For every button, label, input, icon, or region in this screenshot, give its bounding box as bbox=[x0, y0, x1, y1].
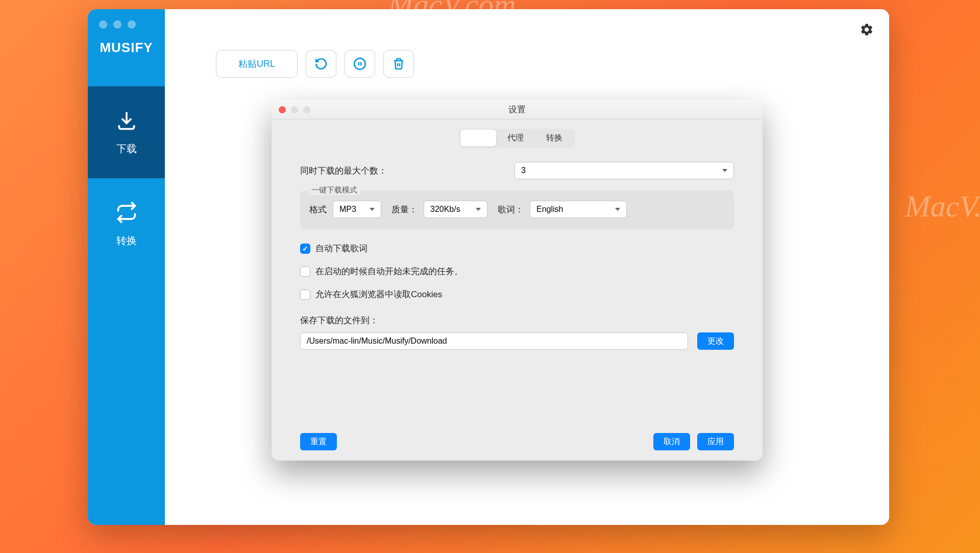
dialog-footer: 重置 取消 应用 bbox=[300, 423, 734, 450]
cancel-button[interactable]: 取消 bbox=[653, 433, 690, 450]
delete-button[interactable] bbox=[383, 50, 414, 78]
sidebar-item-label: 转换 bbox=[116, 234, 137, 248]
chevron-down-icon bbox=[476, 208, 481, 211]
chevron-down-icon bbox=[722, 169, 727, 172]
max-concurrent-label: 同时下载的最大个数： bbox=[300, 165, 514, 177]
maximize-window-button[interactable] bbox=[128, 20, 136, 29]
lyrics-value: English bbox=[536, 205, 563, 214]
dialog-title: 设置 bbox=[508, 104, 526, 115]
dialog-window-controls bbox=[279, 106, 310, 113]
save-path-label: 保存下载的文件到： bbox=[300, 316, 378, 325]
resume-on-start-label: 在启动的时候自动开始未完成的任务。 bbox=[315, 266, 463, 277]
firefox-cookies-label: 允许在火狐浏览器中读取Cookies bbox=[315, 288, 442, 300]
minimize-window-button[interactable] bbox=[113, 20, 121, 29]
save-path-row: /Users/mac-lin/Music/Musify/Download 更改 bbox=[300, 332, 734, 350]
resume-on-start-checkbox[interactable] bbox=[300, 267, 310, 277]
lyrics-select[interactable]: English bbox=[530, 201, 627, 218]
watermark: MacV.co bbox=[905, 189, 980, 224]
chevron-down-icon bbox=[370, 208, 375, 211]
toolbar: 粘贴URL bbox=[165, 9, 889, 78]
fieldset-legend: 一键下载模式 bbox=[308, 185, 360, 195]
chevron-down-icon bbox=[615, 208, 620, 211]
quality-label: 质量： bbox=[391, 204, 418, 215]
lyrics-label: 歌词： bbox=[498, 204, 524, 215]
pause-icon bbox=[353, 57, 366, 70]
change-path-button[interactable]: 更改 bbox=[697, 332, 734, 350]
sidebar-item-label: 下载 bbox=[116, 142, 137, 156]
quality-select[interactable]: 320Kb/s bbox=[424, 201, 487, 218]
max-concurrent-row: 同时下载的最大个数： 3 bbox=[300, 162, 734, 179]
firefox-cookies-row: 允许在火狐浏览器中读取Cookies bbox=[300, 288, 734, 300]
refresh-icon bbox=[314, 57, 328, 70]
format-value: MP3 bbox=[339, 205, 356, 214]
max-concurrent-value: 3 bbox=[521, 166, 526, 175]
tab-convert[interactable]: 转换 bbox=[535, 130, 574, 147]
svg-point-0 bbox=[354, 58, 365, 69]
resume-on-start-row: 在启动的时候自动开始未完成的任务。 bbox=[300, 266, 734, 277]
firefox-cookies-checkbox[interactable] bbox=[300, 290, 310, 300]
dialog-body: 代理 转换 同时下载的最大个数： 3 一键下载模式 格式 MP3 质量： 32 bbox=[272, 119, 763, 461]
reset-button[interactable]: 重置 bbox=[300, 433, 337, 450]
one-click-fieldset: 一键下载模式 格式 MP3 质量： 320Kb/s 歌词： English bbox=[300, 190, 734, 229]
tab-proxy[interactable]: 代理 bbox=[496, 130, 535, 147]
dialog-titlebar: 设置 bbox=[272, 100, 763, 119]
close-window-button[interactable] bbox=[99, 20, 107, 29]
apply-button[interactable]: 应用 bbox=[697, 433, 734, 450]
sidebar-item-download[interactable]: 下载 bbox=[88, 86, 165, 178]
sidebar-item-convert[interactable]: 转换 bbox=[88, 178, 165, 270]
auto-lyrics-row: ✓ 自动下载歌词 bbox=[300, 243, 734, 254]
auto-lyrics-checkbox[interactable]: ✓ bbox=[300, 244, 310, 254]
paste-url-button[interactable]: 粘贴URL bbox=[216, 50, 298, 78]
download-icon bbox=[115, 109, 138, 132]
format-select[interactable]: MP3 bbox=[333, 201, 381, 218]
window-controls bbox=[99, 20, 136, 29]
pause-button[interactable] bbox=[345, 50, 375, 78]
app-logo: MUSIFY bbox=[100, 40, 153, 56]
minimize-dialog-button[interactable] bbox=[291, 106, 298, 113]
max-concurrent-select[interactable]: 3 bbox=[514, 162, 734, 179]
refresh-button[interactable] bbox=[306, 50, 336, 78]
tab-general[interactable] bbox=[460, 130, 496, 147]
checkmark-icon: ✓ bbox=[302, 245, 308, 253]
save-path-input[interactable]: /Users/mac-lin/Music/Musify/Download bbox=[300, 332, 688, 350]
close-dialog-button[interactable] bbox=[279, 106, 286, 113]
quality-value: 320Kb/s bbox=[430, 205, 460, 214]
maximize-dialog-button[interactable] bbox=[303, 106, 310, 113]
settings-dialog: 设置 代理 转换 同时下载的最大个数： 3 一键下载模式 格式 MP3 bbox=[272, 100, 763, 461]
sidebar: MUSIFY 下载 转换 bbox=[88, 9, 165, 525]
settings-button[interactable] bbox=[860, 22, 874, 39]
trash-icon bbox=[393, 58, 405, 70]
convert-icon bbox=[115, 201, 138, 224]
format-label: 格式 bbox=[309, 204, 327, 215]
auto-lyrics-label: 自动下载歌词 bbox=[315, 243, 368, 254]
tab-bar: 代理 转换 bbox=[300, 129, 734, 148]
